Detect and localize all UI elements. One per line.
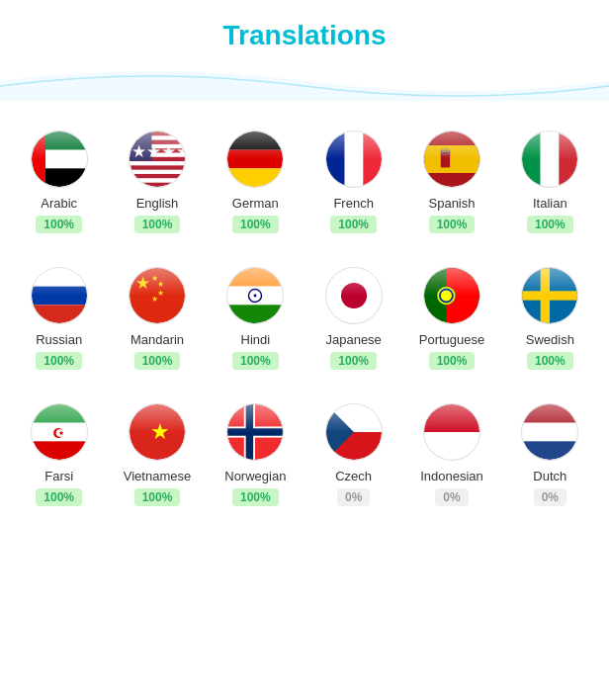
translation-percentage: 100% — [330, 216, 377, 233]
language-item[interactable]: Arabic100% — [10, 121, 108, 249]
language-item[interactable]: Spanish100% — [402, 121, 500, 249]
language-item[interactable]: Russian100% — [10, 257, 108, 386]
flag-icon: ★★★★★★★★★★★★★★★★★★★★★★★★★★★★★★★★★★★★★★★★… — [129, 131, 186, 188]
flag-icon: ★ — [129, 403, 186, 461]
svg-point-41 — [254, 295, 257, 298]
language-item[interactable]: Italian100% — [501, 121, 599, 249]
language-name: Vietnamese — [124, 469, 191, 483]
translation-percentage: 100% — [134, 216, 181, 233]
svg-text:★★★★★★★★★★★★★★★★★★★★★★★★★★★★★★: ★★★★★★★★★★★★★★★★★★★★★★★★★★★★★★★★★★★★★★★★… — [131, 142, 185, 161]
svg-rect-65 — [424, 404, 479, 432]
language-item[interactable]: Indonesian0% — [402, 394, 500, 522]
language-item[interactable]: Portuguese100% — [402, 257, 500, 386]
svg-rect-14 — [227, 131, 283, 150]
flag-icon — [521, 403, 578, 461]
svg-rect-28 — [32, 268, 87, 287]
language-name: Hindi — [241, 332, 271, 347]
svg-rect-11 — [130, 183, 185, 187]
language-item[interactable]: ★ ★ ★ ★ ★ Mandarin100% — [108, 257, 206, 386]
translation-percentage: 100% — [429, 216, 476, 233]
svg-rect-21 — [424, 145, 479, 173]
svg-rect-67 — [522, 404, 577, 423]
flag-icon: ★ ★ ★ ★ ★ — [129, 267, 186, 324]
svg-rect-39 — [227, 305, 283, 323]
language-name: German — [232, 196, 279, 211]
translation-percentage: 0% — [435, 488, 468, 506]
wave-decoration — [0, 61, 609, 101]
svg-rect-69 — [522, 441, 577, 460]
translation-percentage: 100% — [232, 488, 279, 506]
language-item[interactable]: Dutch0% — [501, 394, 599, 522]
svg-rect-9 — [130, 165, 185, 169]
language-item[interactable]: French100% — [304, 121, 402, 249]
language-name: Indonesian — [420, 469, 483, 483]
svg-text:★: ★ — [150, 419, 170, 444]
flag-icon — [31, 267, 88, 324]
svg-rect-16 — [227, 168, 283, 187]
language-item[interactable]: Japanese100% — [304, 257, 402, 386]
svg-rect-25 — [522, 131, 541, 187]
translation-percentage: 100% — [429, 352, 476, 370]
row-gap — [10, 386, 599, 394]
language-name: Japanese — [325, 332, 381, 347]
svg-rect-53 — [32, 441, 87, 460]
svg-rect-18 — [344, 131, 363, 187]
flag-icon — [325, 131, 383, 188]
language-item[interactable]: Norwegian100% — [207, 394, 304, 522]
language-item[interactable]: ★★★★★★★★★★★★★★★★★★★★★★★★★★★★★★★★★★★★★★★★… — [108, 121, 206, 249]
translation-percentage: 100% — [527, 352, 573, 370]
language-grid: Arabic100% ★★★★★★★★★★★★★★★★★★★★★★★★★★★★★… — [0, 121, 609, 522]
language-name: Swedish — [526, 332, 574, 347]
translation-percentage: 0% — [337, 488, 370, 506]
flag-icon — [521, 267, 578, 324]
svg-rect-10 — [130, 174, 185, 178]
svg-rect-15 — [227, 150, 283, 169]
translation-percentage: 100% — [527, 216, 573, 233]
svg-rect-50 — [541, 268, 550, 323]
page-title: Translations — [0, 20, 609, 51]
language-name: French — [333, 196, 373, 211]
language-name: Russian — [36, 332, 82, 347]
svg-rect-19 — [363, 131, 382, 187]
svg-rect-27 — [560, 131, 578, 187]
svg-rect-26 — [541, 131, 560, 187]
flag-icon — [226, 267, 284, 324]
svg-rect-61 — [246, 404, 253, 460]
language-name: English — [136, 196, 179, 211]
translation-percentage: 100% — [330, 352, 377, 370]
svg-text:★: ★ — [135, 274, 150, 293]
flag-icon — [423, 403, 480, 461]
svg-rect-3 — [32, 131, 45, 187]
language-item[interactable]: German100% — [207, 121, 304, 249]
row-gap — [10, 249, 599, 257]
svg-point-43 — [341, 283, 367, 308]
language-name: Dutch — [533, 469, 566, 483]
svg-rect-30 — [32, 305, 87, 323]
svg-text:☪: ☪ — [51, 426, 63, 441]
svg-rect-66 — [424, 432, 479, 460]
svg-text:★: ★ — [151, 294, 158, 304]
svg-rect-60 — [227, 428, 283, 435]
translation-percentage: 100% — [134, 488, 181, 506]
translation-percentage: 100% — [134, 352, 181, 370]
flag-icon — [423, 131, 480, 188]
language-item[interactable]: ☪ Farsi100% — [10, 394, 108, 522]
language-item[interactable]: ★ Vietnamese100% — [108, 394, 206, 522]
language-name: Czech — [335, 469, 372, 483]
language-item[interactable]: Czech0% — [304, 394, 402, 522]
translation-percentage: 100% — [36, 488, 82, 506]
svg-rect-37 — [227, 268, 283, 287]
flag-icon — [521, 131, 578, 188]
language-name: Mandarin — [130, 332, 184, 347]
flag-icon — [325, 267, 383, 324]
language-item[interactable]: Swedish100% — [501, 257, 599, 386]
translation-percentage: 100% — [36, 216, 82, 233]
flag-icon: ☪ — [31, 403, 88, 461]
translation-percentage: 100% — [232, 352, 279, 370]
language-name: Arabic — [41, 196, 77, 211]
svg-rect-22 — [441, 151, 450, 168]
flag-icon — [31, 131, 88, 188]
svg-rect-17 — [326, 131, 345, 187]
flag-icon — [226, 403, 284, 461]
language-item[interactable]: Hindi100% — [207, 257, 304, 386]
